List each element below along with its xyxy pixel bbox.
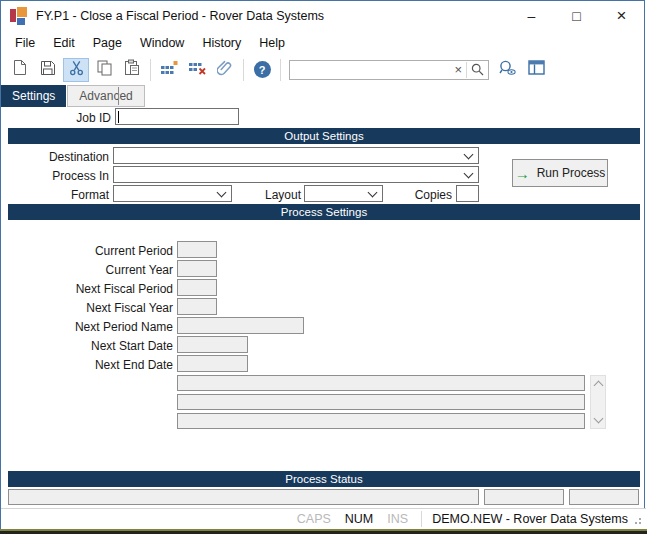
job-id-input[interactable] xyxy=(115,108,239,125)
ins-indicator: INS xyxy=(387,512,408,526)
message-row xyxy=(177,413,585,429)
window-title: FY.P1 - Close a Fiscal Period - Rover Da… xyxy=(36,9,324,23)
title-bar[interactable]: FY.P1 - Close a Fiscal Period - Rover Da… xyxy=(1,1,644,31)
menu-help[interactable]: Help xyxy=(250,33,294,53)
new-document-icon xyxy=(13,59,27,80)
close-button[interactable]: × xyxy=(599,1,644,31)
scroll-down-icon[interactable] xyxy=(593,414,603,424)
process-status-field xyxy=(484,489,564,505)
next-period-name-label: Next Period Name xyxy=(1,320,173,334)
chevron-down-icon xyxy=(464,149,474,159)
message-row xyxy=(177,375,585,391)
help-icon: ? xyxy=(254,61,271,78)
copies-input[interactable] xyxy=(456,185,479,202)
next-end-date-field[interactable] xyxy=(177,355,248,372)
text-caret xyxy=(118,111,119,123)
search-input[interactable] xyxy=(290,61,450,79)
toolbar-separator xyxy=(150,59,151,81)
layout-label: Layout xyxy=(236,188,301,202)
paste-clipboard-icon xyxy=(124,59,140,80)
menu-window[interactable]: Window xyxy=(131,33,193,53)
search-clear-icon[interactable]: × xyxy=(450,62,466,77)
panel-layout-icon xyxy=(528,60,545,79)
status-separator xyxy=(421,511,422,527)
tab-strip-divider xyxy=(118,87,119,105)
process-in-label: Process In xyxy=(1,169,109,183)
desktop-background xyxy=(0,529,647,534)
next-fiscal-period-field[interactable] xyxy=(177,279,217,296)
process-status-field xyxy=(569,489,639,505)
chevron-down-icon xyxy=(217,187,227,197)
destination-label: Destination xyxy=(1,150,109,164)
delete-rows-icon xyxy=(189,61,206,79)
window-controls: – □ × xyxy=(509,1,644,31)
screen: FY.P1 - Close a Fiscal Period - Rover Da… xyxy=(0,0,647,534)
app-window: FY.P1 - Close a Fiscal Period - Rover Da… xyxy=(0,0,645,529)
output-settings-header: Output Settings xyxy=(8,128,640,144)
tab-advanced[interactable]: Advanced xyxy=(67,85,144,107)
toolbar-search: × xyxy=(289,60,489,80)
toolbar-separator xyxy=(243,59,244,81)
destination-select[interactable] xyxy=(113,147,479,164)
message-row xyxy=(177,394,585,410)
menu-page[interactable]: Page xyxy=(84,33,131,53)
copy-button[interactable] xyxy=(91,58,117,82)
toolbar: ? × xyxy=(1,54,644,85)
next-fiscal-year-label: Next Fiscal Year xyxy=(1,301,173,315)
run-arrow-icon: → xyxy=(515,166,530,181)
new-document-button[interactable] xyxy=(7,58,33,82)
message-scrollbar[interactable] xyxy=(590,375,606,429)
scroll-up-icon[interactable] xyxy=(593,381,603,391)
current-year-label: Current Year xyxy=(1,263,173,277)
help-button[interactable]: ? xyxy=(249,58,275,82)
run-process-label: Run Process xyxy=(537,166,606,180)
paperclip-icon xyxy=(217,60,233,80)
next-end-date-label: Next End Date xyxy=(1,358,173,372)
copies-label: Copies xyxy=(386,188,452,202)
panel-layout-button[interactable] xyxy=(523,58,549,82)
cut-button[interactable] xyxy=(63,58,89,82)
delete-rows-button[interactable] xyxy=(184,58,210,82)
toolbar-separator xyxy=(280,59,281,81)
process-status-field xyxy=(8,489,479,505)
menu-history[interactable]: History xyxy=(193,33,250,53)
maximize-button[interactable]: □ xyxy=(554,1,599,31)
current-period-label: Current Period xyxy=(1,244,173,258)
save-icon xyxy=(40,60,56,80)
next-start-date-label: Next Start Date xyxy=(1,339,173,353)
insert-rows-button[interactable] xyxy=(156,58,182,82)
num-indicator: NUM xyxy=(345,512,373,526)
tab-settings[interactable]: Settings xyxy=(1,85,66,107)
next-fiscal-year-field[interactable] xyxy=(177,298,217,315)
lookup-button[interactable] xyxy=(495,58,521,82)
tab-strip: Settings Advanced xyxy=(1,85,145,108)
attachment-button[interactable] xyxy=(212,58,238,82)
format-select[interactable] xyxy=(113,185,232,202)
copy-icon xyxy=(97,60,112,80)
current-period-field[interactable] xyxy=(177,241,217,258)
search-icon[interactable] xyxy=(467,63,488,76)
session-name: DEMO.NEW - Rover Data Systems xyxy=(432,512,628,526)
next-period-name-field[interactable] xyxy=(177,317,304,334)
process-in-select[interactable] xyxy=(113,166,479,183)
next-start-date-field[interactable] xyxy=(177,336,248,353)
current-year-field[interactable] xyxy=(177,260,217,277)
menu-edit[interactable]: Edit xyxy=(44,33,84,53)
chevron-down-icon xyxy=(464,168,474,178)
job-id-label: Job ID xyxy=(1,111,111,125)
app-logo-icon xyxy=(10,7,28,25)
chevron-down-icon xyxy=(368,187,378,197)
paste-button[interactable] xyxy=(119,58,145,82)
caps-indicator: CAPS xyxy=(297,512,331,526)
process-status-header: Process Status xyxy=(8,471,640,487)
status-bar: CAPS NUM INS DEMO.NEW - Rover Data Syste… xyxy=(1,508,646,529)
save-button[interactable] xyxy=(35,58,61,82)
resize-grip[interactable] xyxy=(631,514,641,524)
layout-select[interactable] xyxy=(304,185,383,202)
minimize-button[interactable]: – xyxy=(509,1,554,31)
insert-rows-icon xyxy=(161,61,178,79)
run-process-button[interactable]: → Run Process xyxy=(512,159,608,187)
menu-file[interactable]: File xyxy=(6,33,44,53)
format-label: Format xyxy=(1,188,109,202)
cut-scissors-icon xyxy=(69,60,84,80)
